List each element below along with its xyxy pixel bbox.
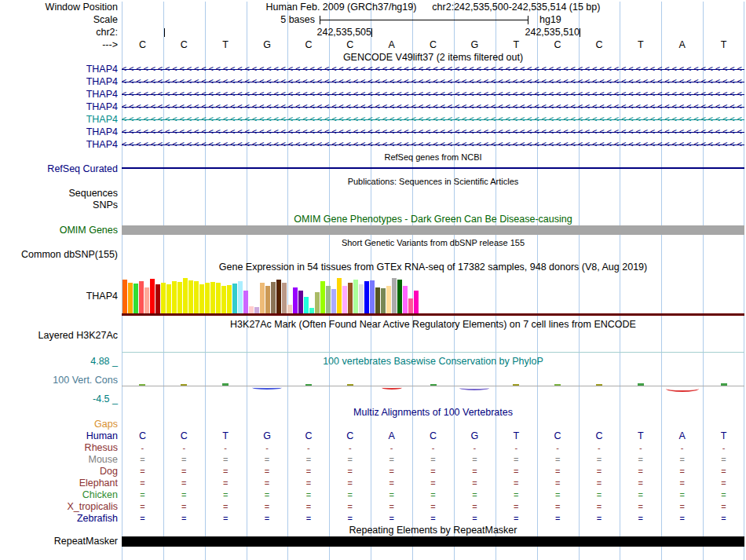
- gtex-tissue-bar[interactable]: [194, 281, 199, 314]
- gencode-track-title[interactable]: GENCODE V49lift37 (2 items filtered out): [122, 52, 744, 63]
- gtex-tissue-bar[interactable]: [238, 281, 243, 314]
- gencode-gene-row[interactable]: <<<<<<<<<<<<<<<<<<<<<<<<<<<<<<<<<<<<<<<<…: [122, 88, 744, 101]
- track-label-gencode-gene[interactable]: THAP4: [86, 139, 118, 150]
- gtex-tissue-bar[interactable]: [139, 281, 144, 314]
- gtex-tissue-bar[interactable]: [337, 278, 342, 314]
- track-label-gencode-gene[interactable]: THAP4: [86, 101, 118, 112]
- gtex-tissue-bar[interactable]: [133, 284, 138, 314]
- track-label-gtex-gene[interactable]: THAP4: [86, 291, 118, 302]
- conservation-mark[interactable]: [666, 386, 699, 392]
- multiz-row-mouse[interactable]: ===============: [122, 454, 744, 466]
- track-label-sequences[interactable]: Sequences: [68, 188, 118, 199]
- gtex-tissue-bar[interactable]: [161, 283, 166, 314]
- gtex-tissue-bar[interactable]: [177, 282, 182, 314]
- conservation-mark[interactable]: [252, 386, 282, 390]
- track-label-gencode-gene[interactable]: THAP4: [86, 89, 118, 100]
- gtex-tissue-bar[interactable]: [392, 278, 397, 314]
- gtex-tissue-bar[interactable]: [150, 279, 155, 314]
- conservation-mark[interactable]: [222, 383, 229, 386]
- gtex-tissue-bar[interactable]: [326, 286, 331, 314]
- species-label-chicken[interactable]: Chicken: [82, 489, 118, 500]
- conservation-mark[interactable]: [382, 386, 402, 390]
- dbsnp-track-title[interactable]: Short Genetic Variants from dbSNP releas…: [122, 237, 744, 248]
- conservation-track-title[interactable]: 100 vertebrates Basewise Conservation by…: [122, 356, 744, 367]
- multiz-row-x_tropicalis[interactable]: ===============: [122, 501, 744, 513]
- gtex-expression-barchart[interactable]: [122, 274, 744, 314]
- gtex-tissue-bar[interactable]: [370, 280, 375, 314]
- gtex-tissue-bar[interactable]: [342, 286, 347, 314]
- gtex-tissue-bar[interactable]: [282, 283, 287, 314]
- multiz-row-rhesus[interactable]: ---------------: [122, 442, 744, 454]
- track-label-omim[interactable]: OMIM Genes: [60, 225, 118, 236]
- gtex-tissue-bar[interactable]: [265, 286, 270, 314]
- gtex-tissue-bar[interactable]: [315, 292, 320, 314]
- gtex-tissue-bar[interactable]: [414, 291, 419, 314]
- gtex-tissue-bar[interactable]: [375, 287, 380, 314]
- gtex-tissue-bar[interactable]: [227, 285, 232, 314]
- gtex-tissue-bar[interactable]: [386, 286, 391, 314]
- track-label-repeatmasker[interactable]: RepeatMasker: [54, 536, 118, 547]
- gtex-tissue-bar[interactable]: [298, 291, 303, 314]
- gencode-gene-row[interactable]: <<<<<<<<<<<<<<<<<<<<<<<<<<<<<<<<<<<<<<<<…: [122, 113, 744, 126]
- gtex-tissue-bar[interactable]: [183, 278, 188, 314]
- gtex-tissue-bar[interactable]: [260, 283, 265, 314]
- gtex-tissue-bar[interactable]: [123, 280, 127, 314]
- conservation-mark[interactable]: [139, 384, 145, 386]
- gtex-track-title[interactable]: Gene Expression in 54 tissues from GTEx …: [122, 262, 744, 273]
- gencode-gene-row[interactable]: <<<<<<<<<<<<<<<<<<<<<<<<<<<<<<<<<<<<<<<<…: [122, 75, 744, 88]
- gencode-gene-row[interactable]: <<<<<<<<<<<<<<<<<<<<<<<<<<<<<<<<<<<<<<<<…: [122, 63, 744, 75]
- gtex-tissue-bar[interactable]: [216, 283, 221, 314]
- multiz-row-chicken[interactable]: ===============: [122, 489, 744, 501]
- track-label-dbsnp[interactable]: Common dbSNP(155): [21, 249, 118, 260]
- multiz-row-human[interactable]: CCTGCCACGTCCTAT: [122, 430, 744, 442]
- species-label-x_tropicalis[interactable]: X_tropicalis: [67, 501, 118, 512]
- track-label-h3k27ac[interactable]: Layered H3K27Ac: [38, 330, 118, 341]
- repeatmasker-track-title[interactable]: Repeating Elements by RepeatMasker: [122, 525, 744, 536]
- gencode-gene-row[interactable]: <<<<<<<<<<<<<<<<<<<<<<<<<<<<<<<<<<<<<<<<…: [122, 138, 744, 151]
- multiz-row-dog[interactable]: ===============: [122, 466, 744, 478]
- gtex-tissue-bar[interactable]: [155, 284, 160, 314]
- gtex-tissue-bar[interactable]: [232, 284, 237, 314]
- gtex-tissue-bar[interactable]: [205, 283, 210, 314]
- gtex-tissue-bar[interactable]: [353, 280, 358, 314]
- multiz-row-elephant[interactable]: ===============: [122, 478, 744, 489]
- conservation-mark[interactable]: [638, 383, 644, 386]
- track-label-gencode-gene[interactable]: THAP4: [86, 64, 118, 75]
- conservation-mark[interactable]: [721, 383, 727, 386]
- conservation-mark[interactable]: [459, 386, 489, 390]
- refseq-gene-line[interactable]: [122, 167, 744, 169]
- gtex-tissue-bar[interactable]: [144, 287, 149, 314]
- conservation-mark[interactable]: [347, 384, 353, 386]
- conservation-mark[interactable]: [554, 384, 561, 386]
- conservation-mark[interactable]: [181, 384, 187, 386]
- gtex-tissue-bar[interactable]: [172, 281, 177, 314]
- gtex-tissue-bar[interactable]: [331, 289, 336, 314]
- gtex-tissue-bar[interactable]: [359, 284, 364, 314]
- gtex-tissue-bar[interactable]: [348, 283, 353, 314]
- omim-track-title[interactable]: OMIM Gene Phenotypes - Dark Green Can Be…: [122, 214, 744, 225]
- conservation-mark[interactable]: [596, 384, 602, 386]
- gtex-tissue-bar[interactable]: [320, 281, 325, 314]
- gtex-tissue-bar[interactable]: [397, 280, 402, 314]
- gtex-tissue-bar[interactable]: [276, 280, 281, 314]
- multiz-track-title[interactable]: Multiz Alignments of 100 Vertebrates: [122, 407, 744, 418]
- gtex-tissue-bar[interactable]: [166, 284, 171, 314]
- gtex-tissue-bar[interactable]: [364, 281, 369, 314]
- conservation-mark[interactable]: [305, 384, 312, 386]
- gtex-tissue-bar[interactable]: [271, 282, 276, 314]
- conservation-mark[interactable]: [430, 384, 437, 386]
- track-label-snps[interactable]: SNPs: [93, 199, 118, 210]
- gtex-tissue-bar[interactable]: [128, 283, 133, 314]
- track-label-gencode-gene[interactable]: THAP4: [86, 114, 118, 125]
- gtex-tissue-bar[interactable]: [381, 288, 386, 314]
- gencode-gene-row[interactable]: <<<<<<<<<<<<<<<<<<<<<<<<<<<<<<<<<<<<<<<<…: [122, 101, 744, 113]
- gtex-gene-model-line[interactable]: [122, 313, 744, 316]
- gtex-tissue-bar[interactable]: [403, 286, 408, 314]
- species-label-gaps[interactable]: Gaps: [94, 419, 118, 430]
- track-label-refseq[interactable]: RefSeq Curated: [47, 163, 118, 174]
- gtex-tissue-bar[interactable]: [199, 284, 204, 314]
- species-label-zebrafish[interactable]: Zebrafish: [77, 513, 118, 524]
- gtex-tissue-bar[interactable]: [293, 287, 298, 314]
- track-label-gencode-gene[interactable]: THAP4: [86, 76, 118, 87]
- gtex-tissue-bar[interactable]: [188, 280, 193, 314]
